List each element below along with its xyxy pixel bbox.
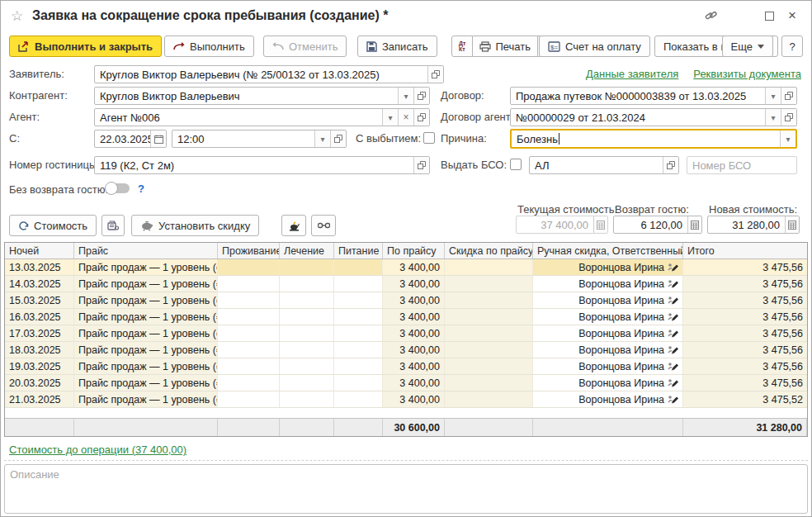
dropdown-icon[interactable]: ▾	[765, 109, 781, 126]
contract-label: Договор:	[441, 89, 484, 102]
dropdown-icon[interactable]: ▾	[382, 109, 398, 126]
issue-bso-checkbox[interactable]	[510, 159, 522, 170]
set-discount-button[interactable]: Установить скидку	[131, 215, 259, 236]
calculator-icon[interactable]	[785, 216, 799, 233]
dropdown-icon[interactable]: ▾	[780, 130, 795, 147]
refresh-icon	[18, 221, 29, 231]
edit-discount-icon	[668, 395, 678, 405]
col-total: Итого	[683, 243, 807, 258]
from-time-field[interactable]: 12:00 ▾	[172, 130, 347, 148]
open-icon[interactable]	[427, 66, 443, 83]
document-details-link[interactable]: Реквизиты документа	[693, 68, 801, 80]
table-row[interactable]: 14.03.2025 Прайс продаж — 1 уровень (₽) …	[5, 276, 807, 292]
col-price-discount: Скидка по прайсу	[445, 243, 533, 258]
more-button[interactable]: Еще	[722, 36, 773, 57]
no-refund-help[interactable]: ?	[138, 183, 144, 195]
no-refund-label: Без возврата гостю:	[9, 183, 108, 196]
open-icon[interactable]	[413, 88, 429, 104]
lamp-button[interactable]	[281, 215, 306, 236]
table-row[interactable]: 18.03.2025 Прайс продаж — 1 уровень (₽) …	[5, 342, 807, 358]
chevron-down-icon	[758, 45, 764, 49]
from-date-field[interactable]: 22.03.2025	[94, 130, 167, 148]
open-icon[interactable]	[413, 109, 429, 126]
reason-label: Причина:	[441, 132, 487, 145]
reason-field[interactable]: Болезнь ▾	[510, 129, 797, 149]
col-stay: Проживание	[218, 243, 280, 258]
agent-field[interactable]: Агент №006 ▾ ×	[94, 108, 430, 126]
print-button[interactable]: Печать	[473, 36, 538, 57]
refund-cost-field[interactable]: 6 120,00	[613, 216, 702, 234]
run-close-icon	[18, 41, 30, 52]
col-by-price: По прайсу	[383, 243, 445, 258]
execute-button[interactable]: Выполнить	[164, 36, 254, 57]
agent-label: Агент:	[9, 111, 40, 123]
maximize-icon[interactable]	[760, 7, 778, 25]
clear-icon[interactable]: ×	[398, 109, 413, 126]
cash-register-icon	[107, 221, 119, 231]
current-cost-field[interactable]: 37 400,00	[516, 216, 608, 234]
save-button[interactable]: Записать	[357, 36, 437, 57]
hotel-room-label: Номер гостиницы:	[9, 159, 100, 171]
window-menu-icon[interactable]	[737, 7, 755, 25]
open-icon[interactable]	[663, 157, 678, 173]
titlebar: ☆ Заявка на сокращение срока пребывания …	[1, 1, 811, 32]
no-refund-toggle[interactable]	[105, 182, 130, 195]
recalc-cost-button[interactable]: Стоимость	[9, 215, 97, 236]
invoice-icon: $=	[548, 41, 560, 52]
open-icon[interactable]	[413, 157, 429, 173]
description-input[interactable]	[4, 464, 808, 514]
printer-icon	[479, 41, 491, 52]
table-row[interactable]: 13.03.2025 Прайс продаж — 1 уровень (₽) …	[5, 259, 807, 276]
close-icon[interactable]: ×	[783, 7, 801, 25]
applicant-data-link[interactable]: Данные заявителя	[586, 68, 678, 80]
table-row[interactable]: 19.03.2025 Прайс продаж — 1 уровень (₽) …	[5, 358, 807, 375]
dropdown-icon[interactable]: ▾	[398, 88, 413, 104]
binoculars-button[interactable]	[311, 215, 336, 236]
table-row[interactable]: 15.03.2025 Прайс продаж — 1 уровень (₽) …	[5, 292, 807, 309]
agent-contract-field[interactable]: №00000029 от 21.03.2024 ▾	[510, 108, 797, 126]
hotel-room-field[interactable]: 119 (К2, Ст 2м)	[94, 156, 430, 174]
edit-discount-icon	[668, 296, 678, 306]
table-row[interactable]: 21.03.2025 Прайс продаж — 1 уровень (₽) …	[5, 391, 807, 408]
separator	[4, 460, 808, 461]
get-link-icon[interactable]	[702, 7, 720, 25]
table-totals-row: 30 600,00 31 280,00	[5, 418, 807, 436]
bso-number-field[interactable]: Номер БСО	[687, 156, 797, 174]
dropdown-icon[interactable]: ▾	[314, 130, 330, 147]
dropdown-icon[interactable]: ▾	[765, 88, 781, 104]
edit-discount-icon	[668, 362, 678, 372]
total-sum: 31 280,00	[683, 419, 807, 436]
with-departure-checkbox[interactable]	[423, 132, 435, 144]
help-button[interactable]: ?	[781, 36, 803, 57]
table-row[interactable]: 20.03.2025 Прайс продаж — 1 уровень (₽) …	[5, 375, 807, 391]
table-row[interactable]: 17.03.2025 Прайс продаж — 1 уровень (₽) …	[5, 325, 807, 342]
open-icon[interactable]	[781, 109, 796, 126]
table-empty-area	[5, 408, 807, 418]
open-icon[interactable]	[781, 88, 796, 104]
counterparty-field[interactable]: Круглов Виктор Валерьевич ▾	[94, 87, 430, 105]
open-icon[interactable]	[330, 130, 346, 147]
table-header: Ночей Прайс Проживание Лечение Питание П…	[5, 243, 807, 259]
cost-before-operation-link[interactable]: Стоимость до операции (37 400,00)	[9, 443, 186, 456]
table-row[interactable]: 16.03.2025 Прайс продаж — 1 уровень (₽) …	[5, 309, 807, 325]
calendar-icon[interactable]	[150, 130, 166, 147]
new-cost-label: Новая стоимость:	[709, 203, 797, 216]
bso-series-field[interactable]: АЛ	[529, 156, 679, 174]
run-icon	[173, 41, 185, 51]
dtkt-postings-button[interactable]: ДтКт	[451, 36, 473, 57]
favorite-star-icon[interactable]: ☆	[11, 7, 23, 25]
edit-discount-icon	[668, 345, 678, 355]
cancel-button[interactable]: Отменить	[263, 36, 347, 57]
cash-register-button[interactable]	[102, 215, 125, 236]
calculator-icon[interactable]	[593, 216, 607, 233]
table-body: 13.03.2025 Прайс продаж — 1 уровень (₽) …	[5, 259, 807, 408]
execute-and-close-button[interactable]: Выполнить и закрыть	[9, 36, 162, 57]
svg-text:$=: $=	[550, 43, 558, 50]
new-cost-field[interactable]: 31 280,00	[707, 216, 800, 234]
contract-field[interactable]: Продажа путевок №0000003839 от 13.03.202…	[510, 87, 797, 105]
invoice-button[interactable]: $= Счет на оплату	[539, 36, 650, 57]
calculator-icon[interactable]	[687, 216, 701, 233]
edit-discount-icon	[668, 263, 678, 273]
applicant-field[interactable]: Круглов Виктор Валерьевич (№ 25/00132 от…	[94, 65, 444, 83]
page-title: Заявка на сокращение срока пребывания (с…	[32, 8, 389, 23]
